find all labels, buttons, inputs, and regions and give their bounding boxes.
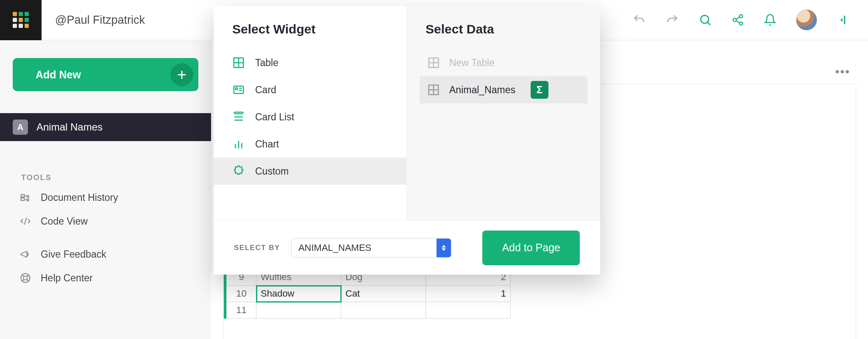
modal-footer: SELECT BY ANIMAL_NAMES Add to Page [214, 220, 600, 275]
megaphone-icon [19, 248, 31, 260]
svg-point-2 [740, 15, 743, 18]
select-by-label: SELECT BY [234, 244, 280, 252]
svg-line-6 [736, 21, 740, 23]
sigma-icon[interactable]: Σ [531, 81, 548, 99]
table-icon [232, 56, 245, 69]
svg-point-15 [23, 276, 27, 280]
table-row[interactable]: 10 Shadow Cat 1 [227, 286, 511, 302]
app-logo[interactable] [0, 0, 42, 40]
widget-option-table[interactable]: Table [214, 49, 406, 76]
data-table: 9 Wuffles Dog 2 10 Shadow Cat 1 11 [224, 269, 511, 319]
redo-icon[interactable] [665, 13, 679, 27]
share-icon[interactable] [732, 14, 744, 26]
widget-option-card[interactable]: Card [214, 76, 406, 103]
plus-icon: + [170, 63, 193, 86]
page-label: Animal Names [36, 121, 103, 133]
code-icon [19, 215, 31, 227]
svg-line-1 [708, 22, 710, 25]
svg-point-24 [236, 88, 238, 90]
svg-line-13 [25, 218, 27, 225]
puzzle-icon [232, 165, 245, 178]
collapse-panel-icon[interactable] [837, 13, 849, 27]
pages-list: A Animal Names [0, 113, 211, 141]
chevron-updown-icon [437, 239, 451, 257]
tool-document-history[interactable]: Document History [0, 186, 211, 209]
select-widget-column: Select Widget Table Card Card List Chart… [214, 6, 406, 220]
svg-point-10 [27, 199, 29, 201]
select-widget-title: Select Widget [214, 22, 406, 49]
sidebar-page-animal-names[interactable]: A Animal Names [0, 113, 211, 141]
table-icon [427, 83, 440, 96]
history-icon [19, 192, 31, 203]
panel-menu-icon[interactable]: ••• [835, 65, 850, 78]
widget-option-chart[interactable]: Chart [214, 131, 406, 158]
svg-line-12 [25, 200, 27, 200]
card-icon [232, 83, 245, 96]
tool-give-feedback[interactable]: Give Feedback [0, 242, 211, 266]
tools-heading: TOOLS [21, 173, 211, 182]
sidebar: Add New + A Animal Names TOOLS Document … [0, 40, 211, 339]
data-option-animal-names[interactable]: Animal_Names Σ [420, 76, 587, 103]
avatar[interactable] [796, 9, 817, 31]
svg-rect-23 [234, 86, 244, 94]
svg-line-11 [25, 195, 27, 196]
tool-code-view[interactable]: Code View [0, 209, 211, 233]
selected-cell[interactable]: Shadow [256, 286, 341, 302]
undo-icon[interactable] [632, 13, 646, 27]
select-data-title: Select Data [407, 22, 600, 49]
page-badge: A [13, 119, 28, 135]
user-handle[interactable]: @Paul Fitzpatrick [55, 14, 145, 27]
add-new-button[interactable]: Add New + [13, 58, 198, 91]
chart-icon [232, 138, 245, 150]
svg-point-0 [701, 15, 709, 23]
select-by-value: ANIMAL_NAMES [298, 242, 371, 253]
tool-label: Code View [41, 216, 88, 227]
table-icon [427, 56, 440, 69]
tool-label: Document History [41, 192, 118, 203]
svg-rect-7 [21, 195, 25, 197]
svg-point-4 [740, 22, 743, 25]
tool-label: Give Feedback [41, 249, 106, 260]
data-option-new-table: New Table [420, 49, 587, 76]
svg-point-3 [733, 18, 737, 22]
add-widget-modal: Select Widget Table Card Card List Chart… [214, 6, 600, 275]
select-by-dropdown[interactable]: ANIMAL_NAMES [291, 238, 451, 258]
svg-rect-8 [21, 198, 25, 200]
svg-point-9 [27, 195, 29, 197]
cardlist-icon [232, 111, 245, 123]
search-icon[interactable] [698, 13, 712, 27]
svg-line-5 [736, 17, 740, 19]
tool-help-center[interactable]: Help Center [0, 266, 211, 290]
widget-option-custom[interactable]: Custom [214, 158, 406, 185]
add-new-label: Add New [36, 69, 81, 81]
widget-option-cardlist[interactable]: Card List [214, 103, 406, 131]
add-to-page-button[interactable]: Add to Page [482, 231, 580, 265]
tool-label: Help Center [41, 272, 93, 284]
select-data-column: Select Data New Table Animal_Names Σ [406, 6, 600, 220]
table-row[interactable]: 11 [227, 302, 511, 319]
lifebuoy-icon [19, 272, 31, 284]
bell-icon[interactable] [764, 14, 776, 26]
